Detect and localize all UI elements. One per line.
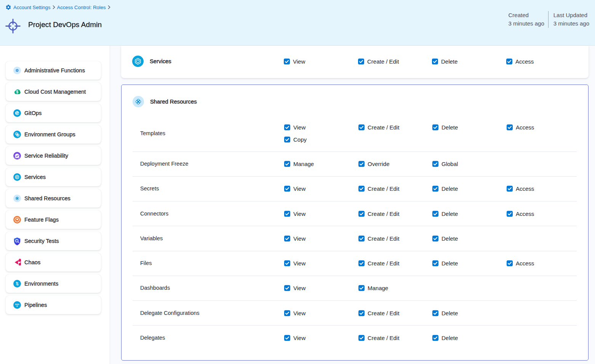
svg-text:$: $ <box>16 90 19 94</box>
